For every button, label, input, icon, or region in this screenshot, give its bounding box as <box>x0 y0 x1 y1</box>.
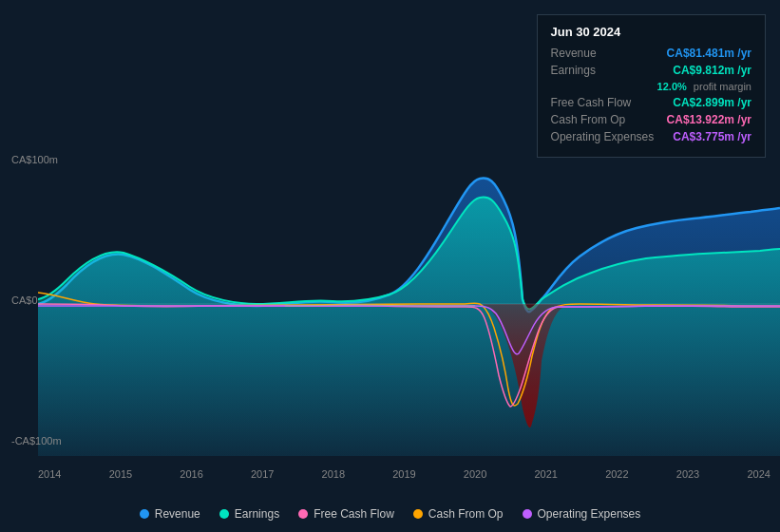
y-axis-zero-label: CA$0 <box>11 294 38 306</box>
legend-label-fcf: Free Cash Flow <box>314 507 394 521</box>
tooltip-label-earnings: Earnings <box>551 64 596 77</box>
legend-label-opex: Operating Expenses <box>538 507 641 521</box>
legend-item-cashfromop[interactable]: Cash From Op <box>413 507 504 521</box>
tooltip-label-opex: Operating Expenses <box>551 130 655 143</box>
tooltip-value-earnings: CA$9.812m /yr <box>673 64 751 77</box>
legend-dot-opex <box>523 509 532 519</box>
y-axis-bottom-label: -CA$100m <box>11 435 62 446</box>
profit-margin-row: 12.0% profit margin <box>551 81 751 92</box>
legend-label-earnings: Earnings <box>235 507 279 521</box>
profit-margin-value: 12.0% <box>657 81 687 92</box>
x-label-2014: 2014 <box>38 468 61 480</box>
x-label-2016: 2016 <box>180 468 202 480</box>
x-label-2021: 2021 <box>534 468 557 480</box>
tooltip-value-opex: CA$3.775m /yr <box>673 130 751 143</box>
tooltip-row-opex: Operating Expenses CA$3.775m /yr <box>551 130 751 143</box>
legend-item-fcf[interactable]: Free Cash Flow <box>298 507 394 521</box>
chart-container: CA$100m CA$0 -CA$100m 2014 2015 2016 201… <box>0 0 780 532</box>
legend-item-earnings[interactable]: Earnings <box>219 507 279 521</box>
legend-label-revenue: Revenue <box>155 507 200 521</box>
x-label-2023: 2023 <box>676 468 699 480</box>
tooltip-value-fcf: CA$2.899m /yr <box>673 96 751 109</box>
x-label-2022: 2022 <box>605 468 628 480</box>
tooltip-row-earnings: Earnings CA$9.812m /yr <box>551 64 751 77</box>
legend-dot-revenue <box>140 509 149 519</box>
chart-legend: Revenue Earnings Free Cash Flow Cash Fro… <box>0 507 780 521</box>
legend-item-opex[interactable]: Operating Expenses <box>523 507 641 521</box>
tooltip-label-fcf: Free Cash Flow <box>551 96 632 109</box>
x-label-2015: 2015 <box>109 468 132 480</box>
tooltip-value-cashfromop: CA$13.922m /yr <box>667 113 751 126</box>
legend-dot-fcf <box>298 509 308 519</box>
y-axis-top-label: CA$100m <box>11 154 58 165</box>
legend-dot-earnings <box>219 509 229 519</box>
tooltip-row-cashfromop: Cash From Op CA$13.922m /yr <box>551 113 751 126</box>
tooltip-label-revenue: Revenue <box>551 47 597 60</box>
legend-item-revenue[interactable]: Revenue <box>140 507 200 521</box>
legend-dot-cashfromop <box>413 509 423 519</box>
x-label-2019: 2019 <box>392 468 415 480</box>
profit-margin-label: profit margin <box>691 81 751 92</box>
x-label-2018: 2018 <box>322 468 345 480</box>
tooltip-row-fcf: Free Cash Flow CA$2.899m /yr <box>551 96 751 109</box>
main-chart <box>38 152 780 456</box>
tooltip-row-revenue: Revenue CA$81.481m /yr <box>551 47 751 60</box>
tooltip-date: Jun 30 2024 <box>551 25 751 39</box>
x-label-2020: 2020 <box>464 468 486 480</box>
tooltip-panel: Jun 30 2024 Revenue CA$81.481m /yr Earni… <box>537 14 766 158</box>
legend-label-cashfromop: Cash From Op <box>428 507 504 521</box>
tooltip-label-cashfromop: Cash From Op <box>551 113 626 126</box>
x-label-2017: 2017 <box>251 468 274 480</box>
tooltip-value-revenue: CA$81.481m /yr <box>667 47 751 60</box>
x-axis: 2014 2015 2016 2017 2018 2019 2020 2021 … <box>38 468 770 480</box>
x-label-2024: 2024 <box>747 468 770 480</box>
